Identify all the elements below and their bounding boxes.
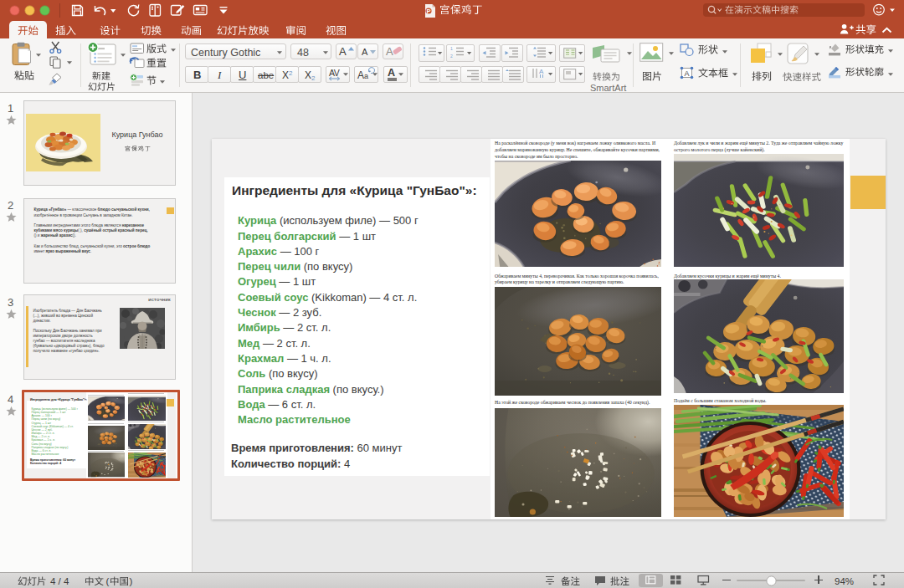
svg-text:A: A — [539, 69, 544, 75]
svg-text:P: P — [426, 7, 430, 14]
svg-text:A: A — [684, 69, 689, 78]
svg-text:2: 2 — [450, 54, 453, 59]
svg-text:1: 1 — [450, 47, 453, 51]
